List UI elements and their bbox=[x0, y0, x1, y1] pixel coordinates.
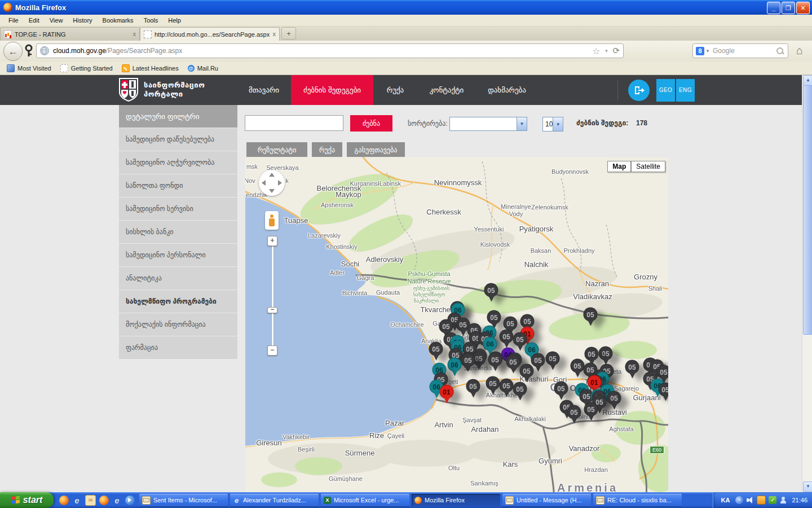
sidebar-item[interactable]: სამედიცინო დაწესებულება bbox=[119, 128, 237, 151]
bookmark-latest-headlines[interactable]: Latest Headlines bbox=[118, 63, 182, 73]
reload-icon[interactable]: ⟳ bbox=[612, 46, 620, 56]
vertical-scrollbar[interactable]: ▲ ▼ bbox=[802, 75, 812, 492]
search-magnifier-icon[interactable] bbox=[776, 47, 783, 54]
pan-up-icon[interactable] bbox=[269, 173, 275, 177]
map-pin[interactable]: 05 bbox=[531, 353, 545, 367]
taskbar-task[interactable]: Microsoft Excel - urge... bbox=[321, 494, 409, 506]
sidebar-item[interactable]: საწოლთა ფონდი bbox=[119, 174, 237, 197]
menu-file[interactable]: File bbox=[3, 16, 24, 25]
ie-quicklaunch-icon[interactable]: e bbox=[72, 496, 82, 505]
nav-item-link[interactable]: რუქა bbox=[373, 75, 417, 105]
vol-tray-icon[interactable] bbox=[746, 496, 754, 504]
sidebar-item[interactable]: სამედიცინო აღჭურვილობა bbox=[119, 151, 237, 174]
bookmark-most-visited[interactable]: Most Visited bbox=[3, 63, 55, 73]
map-pin[interactable]: 05 bbox=[504, 317, 518, 331]
tab-close-icon[interactable]: x bbox=[133, 31, 136, 37]
map-pin[interactable]: 05 bbox=[585, 347, 599, 361]
map-pin[interactable]: 05 bbox=[506, 355, 520, 369]
map-pin[interactable]: 05 bbox=[567, 405, 581, 419]
nav-tray-icon[interactable]: ‹ bbox=[735, 496, 743, 504]
scroll-up-icon[interactable]: ▲ bbox=[803, 75, 812, 86]
sidebar-item[interactable]: სამედიცინო სერვისი bbox=[119, 198, 237, 220]
menu-view[interactable]: View bbox=[45, 16, 68, 25]
map-pin[interactable]: 06 bbox=[483, 337, 497, 351]
map-pin[interactable]: 01 bbox=[440, 385, 454, 399]
map-pin[interactable]: 05 bbox=[488, 353, 502, 367]
google-logo-icon[interactable]: 8 bbox=[696, 47, 704, 55]
map-pin[interactable]: 05 bbox=[554, 382, 568, 396]
sidebar-item[interactable]: ანალიტიკა bbox=[119, 267, 237, 290]
map-pin[interactable]: 05 bbox=[584, 402, 598, 417]
action-button-რუქა[interactable]: რუქა bbox=[312, 142, 342, 157]
scrollbar-thumb[interactable] bbox=[803, 85, 812, 335]
map-pin[interactable]: 05 bbox=[513, 382, 527, 396]
sort-select[interactable]: ▼ bbox=[449, 117, 527, 131]
map-pin[interactable]: 05 bbox=[484, 283, 498, 297]
minimize-button[interactable]: _ bbox=[767, 2, 780, 14]
sidebar-item[interactable]: მოქალაქის ინფორმაცია bbox=[119, 313, 237, 336]
map-pin[interactable]: 05 bbox=[599, 347, 613, 361]
map-pin[interactable]: 05 bbox=[520, 364, 534, 378]
firefox-quicklaunch-icon[interactable] bbox=[59, 496, 69, 505]
outlook-quicklaunch-icon[interactable]: ✉ bbox=[85, 495, 96, 506]
scroll-down-icon[interactable]: ▼ bbox=[803, 481, 812, 492]
map-pin[interactable]: 05 bbox=[486, 376, 500, 391]
search-box[interactable]: 8 ▼ Google bbox=[692, 43, 788, 58]
map-pin[interactable]: 05 bbox=[659, 383, 669, 397]
tab-close-icon[interactable]: x bbox=[272, 31, 276, 37]
page-size-select[interactable]: 10▼ bbox=[542, 117, 563, 132]
nav-item-link[interactable]: მთავარი bbox=[237, 75, 291, 105]
page-size-select-arrow-icon[interactable]: ▼ bbox=[553, 117, 563, 131]
map-pin[interactable]: 05 bbox=[584, 308, 598, 322]
url-dropdown-icon[interactable]: ▼ bbox=[604, 49, 609, 54]
sidebar-item[interactable]: ფარმაცია bbox=[119, 336, 237, 359]
lang-button-geo[interactable]: GEO bbox=[656, 79, 675, 102]
window-titlebar[interactable]: Mozilla Firefox _ ❐ ✕ bbox=[0, 0, 812, 15]
map-zoom-slider[interactable]: + − − bbox=[267, 236, 276, 354]
bookmark-star-icon[interactable]: ☆ bbox=[592, 46, 600, 56]
menu-tools[interactable]: Tools bbox=[139, 16, 164, 25]
zoom-handle[interactable]: − bbox=[267, 307, 277, 313]
bookmark-mail-ru[interactable]: @Mail.Ru bbox=[184, 64, 222, 73]
url-bar[interactable]: cloud.moh.gov.ge/Pages/SearchPage.aspx ☆… bbox=[36, 43, 624, 58]
map-pin[interactable]: 05 bbox=[513, 332, 527, 347]
taskbar-task[interactable]: Mozilla Firefox bbox=[412, 494, 500, 506]
search-button[interactable]: ძებნა bbox=[350, 115, 392, 132]
menu-bookmarks[interactable]: Bookmarks bbox=[98, 16, 139, 25]
search-input[interactable] bbox=[245, 115, 343, 131]
map-pin[interactable]: 05 bbox=[657, 365, 669, 379]
site-logo[interactable]: საინფორმაციო პორტალი bbox=[119, 78, 205, 102]
search-engine-dropdown-icon[interactable]: ▼ bbox=[705, 49, 710, 54]
search-box-placeholder[interactable]: Google bbox=[713, 47, 776, 55]
sort-select-arrow-icon[interactable]: ▼ bbox=[517, 117, 527, 130]
menu-edit[interactable]: Edit bbox=[24, 16, 45, 25]
map-pin[interactable]: 05 bbox=[439, 319, 453, 334]
taskbar-task[interactable]: RE: Cloud - sisxlis ba... bbox=[593, 494, 682, 506]
map-pin[interactable]: 05 bbox=[487, 310, 501, 325]
nav-item-link[interactable]: დახმარება bbox=[476, 75, 538, 105]
map-pin[interactable]: 05 bbox=[461, 353, 475, 367]
site-identity-globe-icon[interactable] bbox=[40, 46, 49, 55]
language-indicator[interactable]: KA bbox=[719, 496, 732, 505]
close-button[interactable]: ✕ bbox=[796, 2, 810, 14]
taskbar-task[interactable]: Sent Items - Microsof... bbox=[139, 494, 228, 506]
new-tab-button[interactable]: + bbox=[281, 27, 296, 40]
street-view-pegman[interactable] bbox=[265, 211, 279, 230]
zoom-out-button[interactable]: − bbox=[267, 345, 277, 356]
taskbar-clock[interactable]: 21:46 bbox=[792, 497, 807, 503]
map-canvas[interactable]: {"":""} mskNovkendzhikSeverskayaKurganin… bbox=[245, 157, 668, 492]
map-pin[interactable]: 06 bbox=[448, 358, 462, 372]
pan-left-icon[interactable] bbox=[262, 180, 266, 186]
map-pin[interactable]: 05 bbox=[607, 391, 621, 405]
map-pin[interactable]: 05 bbox=[500, 379, 514, 393]
map-pin[interactable]: 01 bbox=[588, 375, 602, 389]
taskbar-task[interactable]: Untitled - Message (H... bbox=[502, 494, 591, 506]
zoom-in-button[interactable]: + bbox=[267, 236, 277, 246]
ie-quicklaunch-icon[interactable]: e bbox=[112, 496, 122, 505]
map-pin[interactable]: 05 bbox=[571, 359, 585, 373]
url-text[interactable]: cloud.moh.gov.ge/Pages/SearchPage.aspx bbox=[53, 47, 592, 55]
sidebar-item[interactable]: სახელმწიფო პროგრამები bbox=[119, 290, 237, 313]
restore-button[interactable]: ❐ bbox=[782, 2, 795, 14]
map-pin[interactable]: 05 bbox=[466, 379, 480, 393]
wmp-quicklaunch-icon[interactable] bbox=[125, 496, 135, 505]
